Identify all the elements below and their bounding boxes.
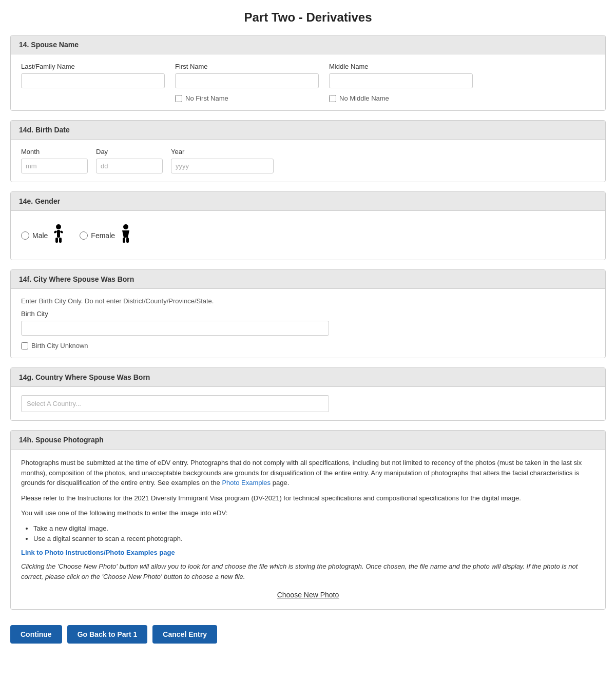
photo-bullet-1: Take a new digital image. [33,523,595,534]
birth-city-unknown-checkbox[interactable] [21,342,28,349]
male-label: Male [32,231,48,240]
birth-city-section: 14f. City Where Spouse Was Born Enter Bi… [10,269,606,358]
middle-name-input[interactable] [329,73,473,88]
no-middle-name-row: No Middle Name [329,94,473,102]
last-name-group: Last/Family Name [21,63,165,102]
svg-rect-1 [57,230,60,238]
photo-para3: You will use one of the following method… [21,508,595,518]
birth-city-unknown-label: Birth City Unknown [31,342,88,349]
gender-header: 14e. Gender [11,192,605,211]
photo-italic-text: Clicking the 'Choose New Photo' button w… [21,561,595,581]
male-radio[interactable] [21,231,29,240]
spouse-name-header: 14. Spouse Name [11,35,605,54]
female-radio[interactable] [80,231,88,240]
male-icon [53,224,64,246]
no-first-name-label: No First Name [185,94,228,102]
svg-rect-8 [123,238,125,243]
photo-para1: Photographs must be submitted at the tim… [21,458,595,488]
photo-para2: Please refer to the Instructions for the… [21,493,595,503]
continue-button[interactable]: Continue [10,625,62,644]
first-name-input[interactable] [175,73,319,88]
no-first-name-row: No First Name [175,94,319,102]
month-group: Month [21,148,88,173]
birth-city-label: Birth City [21,310,595,318]
photo-bullets: Take a new digital image. Use a digital … [33,523,595,545]
svg-rect-4 [54,230,57,234]
no-middle-name-label: No Middle Name [339,94,389,102]
photograph-header: 14h. Spouse Photograph [11,431,605,450]
choose-photo-button[interactable]: Choose New Photo [273,589,343,601]
birth-date-section: 14d. Birth Date Month Day Year [10,120,606,182]
gender-radio-group: Male Female [21,219,595,251]
svg-rect-2 [55,238,58,243]
photo-examples-link[interactable]: Photo Examples [222,479,271,487]
go-back-button[interactable]: Go Back to Part 1 [67,625,148,644]
svg-point-6 [123,224,128,229]
photo-instructions-link[interactable]: Link to Photo Instructions/Photo Example… [21,549,595,556]
birth-city-group: Birth City Birth City Unknown [21,310,595,349]
female-icon [120,224,131,246]
photograph-section: 14h. Spouse Photograph Photographs must … [10,430,606,610]
year-input[interactable] [171,159,274,173]
birth-city-unknown-row: Birth City Unknown [21,342,595,349]
year-label: Year [171,148,274,155]
female-label: Female [91,231,115,240]
footer-buttons: Continue Go Back to Part 1 Cancel Entry [10,620,606,644]
birth-city-input[interactable] [21,321,329,336]
birth-city-header: 14f. City Where Spouse Was Born [11,270,605,289]
birth-country-section: 14g. Country Where Spouse Was Born Selec… [10,367,606,421]
birth-country-header: 14g. Country Where Spouse Was Born [11,368,605,387]
day-input[interactable] [96,159,163,173]
male-option[interactable]: Male [21,224,64,246]
middle-name-group: Middle Name No Middle Name [329,63,473,102]
photo-bullet-2: Use a digital scanner to scan a recent p… [33,534,595,545]
first-name-group: First Name No First Name [175,63,319,102]
no-first-name-checkbox[interactable] [175,95,182,102]
cancel-button[interactable]: Cancel Entry [152,625,217,644]
svg-point-0 [56,224,61,229]
svg-rect-9 [126,238,129,243]
female-option[interactable]: Female [80,224,131,246]
svg-rect-5 [60,230,64,234]
day-group: Day [96,148,163,173]
last-name-label: Last/Family Name [21,63,165,70]
first-name-label: First Name [175,63,319,70]
svg-rect-3 [59,238,62,243]
month-label: Month [21,148,88,155]
day-label: Day [96,148,163,155]
gender-section: 14e. Gender Male [10,191,606,260]
spouse-name-section: 14. Spouse Name Last/Family Name First N… [10,35,606,111]
no-middle-name-checkbox[interactable] [329,95,336,102]
birth-date-header: 14d. Birth Date [11,121,605,140]
svg-marker-7 [122,230,129,238]
country-select[interactable]: Select A Country... [21,395,329,412]
last-name-input[interactable] [21,73,165,88]
birth-city-hint: Enter Birth City Only. Do not enter Dist… [21,297,595,305]
middle-name-label: Middle Name [329,63,473,70]
month-input[interactable] [21,159,88,173]
year-group: Year [171,148,274,173]
page-title: Part Two - Derivatives [10,10,606,25]
